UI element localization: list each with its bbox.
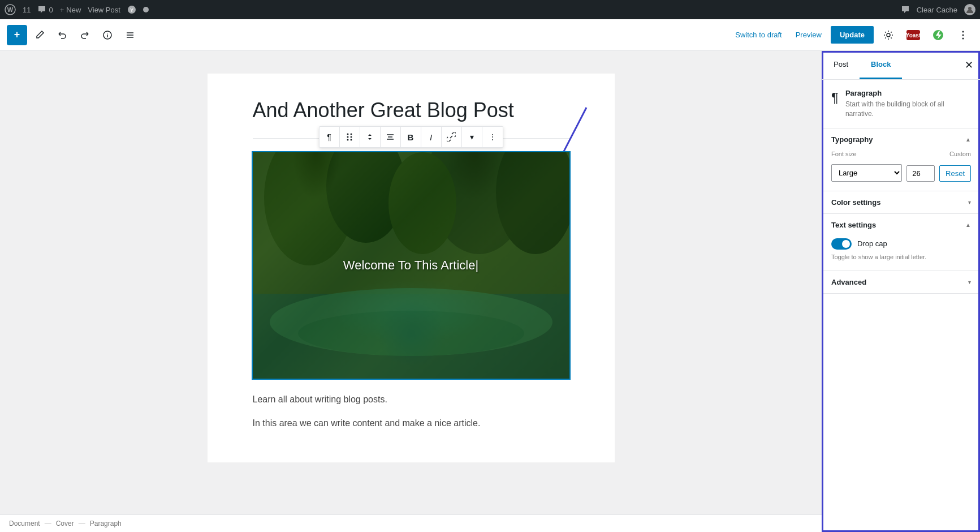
align-button[interactable] [381,127,401,147]
notification-count: 11 [23,6,31,14]
breadcrumb-paragraph[interactable]: Paragraph [90,520,122,527]
comment-icon[interactable]: 0 [37,5,53,14]
drag-handle[interactable] [340,127,360,147]
paragraph-type-button[interactable]: ¶ [320,127,340,147]
yoast-icon[interactable]: Y [127,5,136,14]
block-name: Paragraph [845,89,971,97]
breadcrumb-document[interactable]: Document [9,520,40,527]
lightning-button[interactable] [928,25,948,45]
typography-label: Typography [831,135,873,144]
breadcrumb-sep-1: — [45,520,51,527]
paragraph-block-icon: ¶ [831,90,839,106]
drop-cap-label: Drop cap [857,239,887,248]
text-settings-label: Text settings [831,221,876,229]
svg-point-23 [347,139,349,141]
switch-to-draft-button[interactable]: Switch to draft [731,27,786,42]
sidebar-header: Post Block ✕ [822,51,980,80]
svg-point-10 [887,33,890,37]
typography-content: Font size Custom Large Small Medium X-La… [822,151,980,191]
sidebar-close-button[interactable]: ✕ [965,59,973,71]
move-up-down-button[interactable] [360,127,381,147]
add-block-button[interactable]: + [7,25,27,45]
breadcrumb: Document — Cover — Paragraph [0,514,822,532]
paragraph-1[interactable]: Learn all about writing blog posts. [253,392,569,407]
color-settings-chevron: ▾ [968,199,971,205]
color-settings-toggle[interactable]: Color settings ▾ [822,191,980,213]
edit-mode-button[interactable] [29,25,50,45]
block-tab[interactable]: Block [860,51,902,79]
view-post-link[interactable]: View Post [88,6,120,14]
font-size-label: Font size [831,151,857,157]
more-options-button[interactable] [953,25,973,45]
toolbar-right: Switch to draft Preview Update Yoast [731,25,973,45]
text-settings-section: Text settings ▲ Drop cap Toggle to show … [822,214,980,271]
post-content: And Another Great Blog Post ¶ B [208,74,615,462]
svg-point-36 [298,311,524,356]
typography-section: Typography ▲ Font size Custom Large Smal… [822,128,980,191]
font-size-reset-button[interactable]: Reset [939,165,971,182]
drop-cap-row: Drop cap [831,238,971,250]
advanced-chevron: ▾ [968,279,971,285]
sidebar-body: ¶ Paragraph Start with the building bloc… [822,80,980,294]
font-size-select[interactable]: Large Small Medium X-Large [831,164,902,182]
block-info-text: Paragraph Start with the building block … [845,89,971,119]
list-view-button[interactable] [120,25,140,45]
advanced-section: Advanced ▾ [822,271,980,294]
speech-bubble-icon [901,5,910,14]
typography-toggle[interactable]: Typography ▲ [822,128,980,151]
paragraph-2[interactable]: In this area we can write content and ma… [253,416,569,431]
admin-bar: W 11 0 + New View Post Y Clear Cache [0,0,980,19]
block-info: ¶ Paragraph Start with the building bloc… [822,80,980,128]
svg-point-4 [143,7,149,12]
right-sidebar: Post Block ✕ ¶ Paragraph Start with the … [822,51,980,532]
svg-point-22 [351,136,352,138]
user-avatar[interactable] [964,4,975,15]
text-settings-toggle[interactable]: Text settings ▲ [822,214,980,236]
toolbar-left: + [7,25,140,45]
settings-button[interactable] [878,25,899,45]
post-tab[interactable]: Post [822,51,860,79]
new-post-link[interactable]: + New [60,6,81,14]
block-toolbar: ¶ B I ▾ ⋮ [319,126,503,148]
svg-point-20 [351,134,352,135]
yoast-toolbar-button[interactable]: Yoast [903,25,923,45]
editor-layout: And Another Great Blog Post ¶ B [0,51,980,532]
undo-button[interactable] [52,25,72,45]
svg-point-24 [351,139,352,141]
update-button[interactable]: Update [831,26,874,44]
color-settings-label: Color settings [831,198,880,207]
font-size-controls: Large Small Medium X-Large Reset [831,164,971,182]
info-button[interactable] [97,25,118,45]
breadcrumb-cover[interactable]: Cover [56,520,74,527]
advanced-label: Advanced [831,278,866,286]
font-size-input[interactable] [906,165,935,182]
text-settings-chevron: ▲ [965,222,971,228]
block-description: Start with the building block of all nar… [845,100,971,119]
admin-bar-right: Clear Cache [901,4,975,15]
svg-text:Y: Y [130,7,133,13]
notification-bell[interactable]: 11 [23,6,31,14]
cover-text[interactable]: Welcome To This Article [343,258,478,273]
svg-point-33 [388,152,456,254]
cover-block[interactable]: ¶ B I ▾ ⋮ [253,152,569,379]
svg-text:W: W [7,6,14,13]
more-rich-text[interactable]: ▾ [462,127,482,147]
svg-text:Yoast: Yoast [906,32,920,38]
redo-button[interactable] [75,25,95,45]
drop-cap-toggle[interactable] [831,238,852,250]
svg-point-16 [962,37,964,39]
typography-chevron: ▲ [965,136,971,143]
preview-button[interactable]: Preview [791,27,826,42]
bold-button[interactable]: B [401,127,421,147]
block-options[interactable]: ⋮ [482,127,503,147]
svg-point-15 [962,34,964,36]
editor-canvas[interactable]: And Another Great Blog Post ¶ B [0,51,822,532]
italic-button[interactable]: I [421,127,442,147]
post-title[interactable]: And Another Great Blog Post [253,96,569,125]
new-label: New [66,6,81,14]
advanced-toggle[interactable]: Advanced ▾ [822,271,980,293]
link-button[interactable] [442,127,462,147]
wp-logo[interactable]: W [5,4,16,15]
custom-label: Custom [949,151,971,157]
text-settings-content: Drop cap Toggle to show a large initial … [822,238,980,271]
